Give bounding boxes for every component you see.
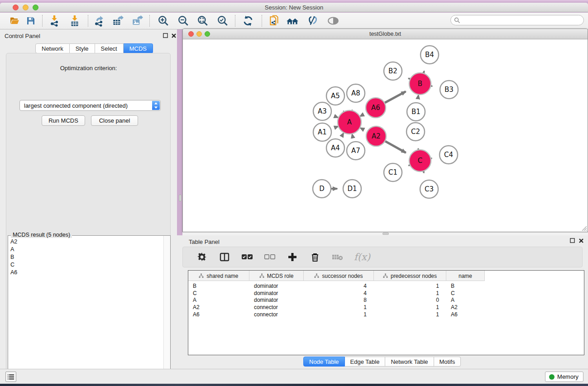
column-header-name[interactable]: name bbox=[446, 271, 485, 281]
result-item[interactable]: A2 bbox=[8, 238, 163, 245]
cell-shared-name[interactable]: C bbox=[188, 290, 249, 297]
tab-network[interactable]: Network bbox=[35, 43, 70, 53]
export-network-button[interactable] bbox=[91, 14, 107, 28]
column-header-MCDS-role[interactable]: MCDS role bbox=[249, 271, 304, 281]
cell-predecessor-nodes[interactable]: 1 bbox=[374, 282, 446, 290]
tab-mcds[interactable]: MCDS bbox=[124, 43, 153, 53]
cell-MCDS-role[interactable]: connector bbox=[249, 311, 304, 318]
float-panel-icon[interactable] bbox=[570, 238, 575, 243]
table-row[interactable]: Cdominator41C bbox=[188, 290, 485, 297]
delete-column-button[interactable] bbox=[309, 251, 321, 263]
node-label-B3: B3 bbox=[445, 86, 454, 94]
result-item[interactable]: A bbox=[8, 245, 163, 253]
eye-icon bbox=[327, 15, 339, 27]
table-row[interactable]: A6connector11A6 bbox=[188, 311, 485, 318]
toolbar-separator bbox=[149, 15, 150, 27]
cell-name[interactable]: C bbox=[446, 290, 485, 297]
node-label-A2: A2 bbox=[372, 132, 381, 140]
cell-name[interactable]: A bbox=[446, 296, 485, 304]
import-network-button[interactable] bbox=[46, 14, 62, 28]
export-table-button[interactable] bbox=[110, 14, 126, 28]
cell-shared-name[interactable]: A2 bbox=[188, 304, 249, 311]
tab-edge-table[interactable]: Edge Table bbox=[345, 357, 386, 367]
delete-table-button[interactable] bbox=[331, 251, 344, 263]
cell-shared-name[interactable]: A6 bbox=[188, 311, 249, 318]
result-item[interactable]: A6 bbox=[8, 268, 163, 276]
import-table-icon bbox=[69, 15, 81, 27]
vertical-split-handle[interactable] bbox=[179, 195, 182, 201]
tab-node-table[interactable]: Node Table bbox=[303, 357, 345, 367]
cell-predecessor-nodes[interactable]: 1 bbox=[374, 311, 446, 318]
home-icon bbox=[286, 15, 299, 27]
node-label-A7: A7 bbox=[351, 147, 360, 155]
cell-name[interactable]: A6 bbox=[446, 311, 485, 318]
cell-successor-nodes[interactable]: 8 bbox=[304, 296, 374, 304]
cell-name[interactable]: B bbox=[446, 282, 485, 290]
close-panel-button[interactable]: Close panel bbox=[91, 115, 138, 126]
tab-network-table[interactable]: Network Table bbox=[385, 357, 434, 367]
function-builder-button[interactable]: f(x) bbox=[354, 252, 370, 262]
result-item[interactable]: B bbox=[8, 253, 163, 261]
close-panel-icon[interactable] bbox=[578, 238, 584, 243]
clone-network-button[interactable] bbox=[266, 14, 282, 28]
cell-predecessor-nodes[interactable]: 0 bbox=[374, 296, 446, 304]
deselect-all-button[interactable] bbox=[263, 251, 276, 263]
run-mcds-button[interactable]: Run MCDS bbox=[42, 115, 85, 126]
cell-predecessor-nodes[interactable]: 1 bbox=[374, 290, 446, 297]
cell-successor-nodes[interactable]: 4 bbox=[304, 282, 374, 290]
cell-MCDS-role[interactable]: dominator bbox=[249, 290, 304, 297]
column-header-shared-name[interactable]: shared name bbox=[188, 271, 249, 281]
cell-shared-name[interactable]: A bbox=[188, 296, 249, 304]
cell-MCDS-role[interactable]: dominator bbox=[249, 296, 304, 304]
show-column-panel-button[interactable] bbox=[218, 251, 231, 263]
tab-select[interactable]: Select bbox=[95, 43, 124, 53]
export-image-button[interactable] bbox=[129, 14, 145, 28]
column-header-predecessor-nodes[interactable]: predecessor nodes bbox=[374, 271, 446, 281]
hide-labels-button[interactable] bbox=[304, 14, 320, 28]
cell-shared-name[interactable]: B bbox=[188, 282, 249, 290]
criterion-dropdown[interactable]: largest connected component (directed) bbox=[19, 100, 161, 111]
table-row[interactable]: Adominator80A bbox=[188, 296, 485, 304]
refresh-button[interactable] bbox=[240, 14, 256, 28]
select-all-button[interactable] bbox=[241, 251, 253, 263]
cell-successor-nodes[interactable]: 1 bbox=[304, 311, 374, 318]
horizontal-split-handle[interactable] bbox=[382, 233, 389, 235]
result-scrollbar[interactable] bbox=[163, 236, 170, 386]
cell-name[interactable]: A2 bbox=[446, 304, 485, 311]
zoom-in-button[interactable] bbox=[155, 14, 172, 28]
save-session-button[interactable] bbox=[23, 14, 39, 28]
column-header-successor-nodes[interactable]: successor nodes bbox=[304, 271, 374, 281]
float-panel-icon[interactable] bbox=[163, 33, 168, 38]
column-type-icon bbox=[383, 273, 388, 278]
birdseye-button[interactable] bbox=[325, 14, 341, 28]
create-column-button[interactable] bbox=[286, 251, 299, 263]
result-item[interactable]: C bbox=[8, 261, 163, 268]
cell-successor-nodes[interactable]: 4 bbox=[304, 290, 374, 297]
table-settings-button[interactable] bbox=[196, 251, 208, 263]
close-panel-icon[interactable] bbox=[171, 33, 177, 38]
table-tabs: Node TableEdge TableNetwork TableMotifs bbox=[303, 357, 461, 367]
open-file-button[interactable] bbox=[6, 14, 23, 28]
search-input[interactable] bbox=[462, 16, 580, 24]
column-header-label: shared name bbox=[206, 273, 238, 279]
tab-motifs[interactable]: Motifs bbox=[434, 357, 461, 367]
window-resize-grip[interactable] bbox=[581, 225, 587, 231]
cell-MCDS-role[interactable]: connector bbox=[249, 304, 304, 311]
table-row[interactable]: Bdominator41B bbox=[188, 282, 485, 290]
zoom-selected-button[interactable] bbox=[215, 14, 231, 28]
tab-style[interactable]: Style bbox=[70, 43, 95, 53]
home-button[interactable] bbox=[284, 14, 301, 28]
show-panels-button[interactable] bbox=[5, 372, 16, 382]
column-type-icon bbox=[259, 273, 264, 278]
zoom-out-button[interactable] bbox=[175, 14, 191, 28]
node-label-A8: A8 bbox=[351, 89, 360, 97]
import-table-button[interactable] bbox=[67, 14, 83, 28]
network-graph-canvas[interactable]: AA1A2A3A4A5A6A7A8BB1B2B3B4CC1C2C3C4DD1 bbox=[183, 39, 588, 232]
memory-button[interactable]: Memory bbox=[545, 372, 583, 382]
cell-predecessor-nodes[interactable]: 1 bbox=[374, 304, 446, 311]
cell-successor-nodes[interactable]: 1 bbox=[304, 304, 374, 311]
cell-MCDS-role[interactable]: dominator bbox=[249, 282, 304, 290]
table-row[interactable]: A2connector11A2 bbox=[188, 304, 485, 311]
zoom-fit-button[interactable] bbox=[195, 14, 211, 28]
node-label-C: C bbox=[418, 157, 422, 165]
